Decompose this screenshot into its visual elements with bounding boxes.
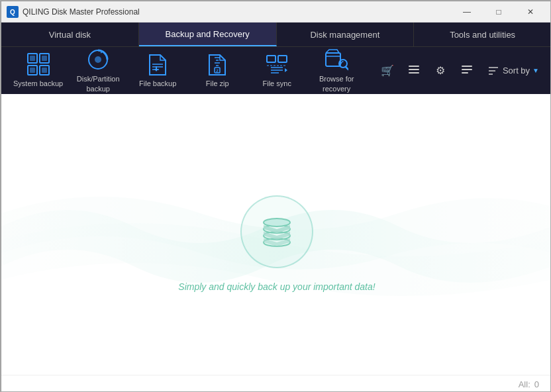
- file-zip-label: File zip: [206, 79, 229, 88]
- tagline-text: Simply and quickly back up your importan…: [178, 281, 375, 292]
- system-backup-tool[interactable]: System backup: [8, 48, 68, 92]
- svg-point-40: [264, 219, 290, 226]
- list-icon: [408, 64, 420, 78]
- file-sync-icon: [265, 52, 289, 76]
- file-zip-icon: Z: [205, 52, 229, 76]
- file-backup-label: File backup: [139, 79, 176, 88]
- svg-rect-7: [42, 56, 47, 61]
- settings-button[interactable]: ⚙: [430, 60, 451, 81]
- content-area: Simply and quickly back up your importan…: [1, 94, 551, 392]
- file-backup-icon: [146, 52, 170, 76]
- all-label: All:: [519, 379, 530, 389]
- icon-bar-right: 🛒 ⚙: [377, 60, 544, 81]
- disk-partition-label: Disk/Partition backup: [77, 74, 120, 93]
- menu-button[interactable]: [456, 60, 477, 81]
- list-view-button[interactable]: [403, 60, 425, 81]
- disk-partition-icon: [86, 48, 110, 72]
- file-sync-label: File sync: [263, 79, 291, 88]
- app-icon: Q: [7, 6, 19, 18]
- footer: All: 0: [1, 375, 551, 392]
- svg-rect-31: [462, 66, 472, 67]
- file-sync-tool[interactable]: File sync: [247, 48, 307, 92]
- tab-virtual-disk[interactable]: Virtual disk: [1, 23, 139, 46]
- svg-marker-24: [285, 68, 287, 72]
- svg-line-27: [346, 67, 348, 70]
- tab-tools-utilities[interactable]: Tools and utilities: [414, 23, 551, 46]
- window-controls: — □ ✕: [452, 1, 546, 23]
- svg-rect-30: [409, 72, 419, 74]
- svg-rect-33: [462, 72, 468, 74]
- svg-rect-22: [267, 56, 276, 62]
- sort-chevron-icon: ▼: [532, 67, 539, 74]
- browse-recovery-icon: [325, 48, 348, 72]
- svg-rect-32: [462, 69, 472, 70]
- sort-label: Sort by: [503, 66, 530, 75]
- icon-bar: System backup Disk/Partition backup: [1, 46, 551, 94]
- disk-partition-backup-tool[interactable]: Disk/Partition backup: [68, 44, 128, 97]
- svg-rect-28: [409, 66, 419, 67]
- cart-icon: 🛒: [381, 64, 394, 77]
- file-zip-tool[interactable]: Z File zip: [187, 48, 247, 92]
- cart-button[interactable]: 🛒: [377, 60, 398, 81]
- browse-recovery-label: Browse for recovery: [319, 74, 354, 93]
- system-backup-label: System backup: [13, 79, 63, 88]
- svg-rect-8: [30, 68, 35, 73]
- maximize-button[interactable]: □: [483, 1, 514, 23]
- menu-icon: [461, 64, 473, 78]
- all-count: 0: [534, 379, 539, 389]
- svg-rect-23: [278, 56, 287, 62]
- center-illustration: Simply and quickly back up your importan…: [178, 195, 375, 292]
- system-backup-icon: [26, 52, 50, 76]
- svg-rect-9: [42, 68, 47, 73]
- tab-disk-management[interactable]: Disk management: [277, 23, 415, 46]
- titlebar: Q QILING Disk Master Professional — □ ✕: [1, 1, 551, 23]
- app-title: QILING Disk Master Professional: [23, 7, 452, 17]
- tab-backup-recovery[interactable]: Backup and Recovery: [139, 23, 277, 46]
- main-tabs: Virtual disk Backup and Recovery Disk ma…: [1, 23, 551, 46]
- file-backup-tool[interactable]: File backup: [128, 48, 187, 92]
- svg-rect-29: [409, 69, 419, 70]
- gear-icon: ⚙: [436, 64, 445, 77]
- svg-rect-6: [30, 56, 35, 61]
- sort-button[interactable]: Sort by ▼: [483, 63, 544, 78]
- stack-layers-icon: [257, 212, 297, 252]
- svg-rect-25: [326, 53, 340, 66]
- svg-text:Q: Q: [10, 9, 15, 16]
- stack-icon-container: [240, 195, 313, 268]
- svg-text:Z: Z: [216, 69, 219, 73]
- svg-point-11: [95, 56, 101, 63]
- minimize-button[interactable]: —: [452, 1, 482, 23]
- close-button[interactable]: ✕: [515, 1, 546, 23]
- browse-recovery-tool[interactable]: Browse for recovery: [307, 44, 366, 97]
